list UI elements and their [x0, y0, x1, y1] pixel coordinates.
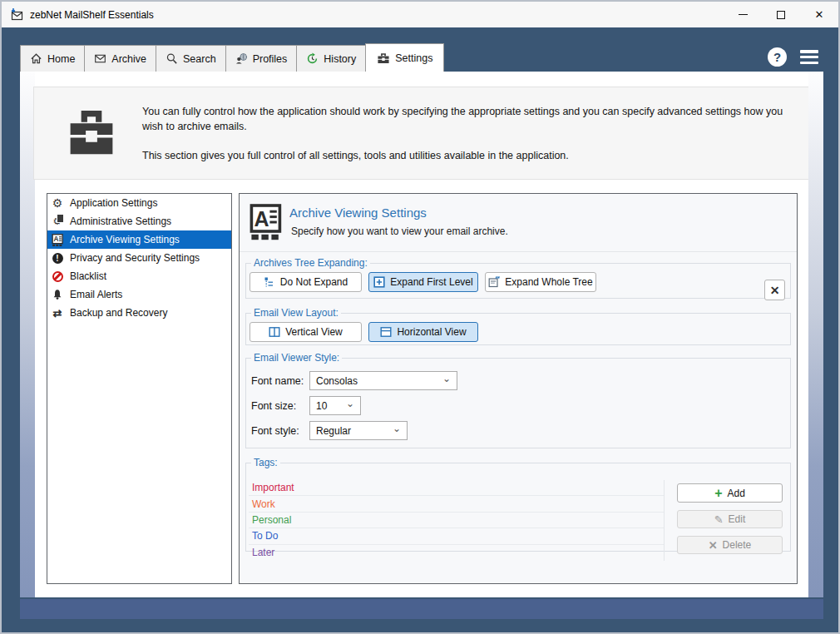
intro-panel: You can fully control how the applicatio…: [33, 87, 809, 180]
document-a-large-icon: A: [250, 204, 283, 240]
svg-text:A: A: [254, 207, 269, 230]
plus-box-icon: [373, 276, 385, 288]
email-viewer-style-group: Email Viewer Style: Font name: Consolas …: [245, 352, 791, 448]
intro-paragraph-2: This section gives you full control of a…: [142, 148, 799, 163]
close-button[interactable]: ✕: [800, 2, 838, 27]
horizontal-split-icon: [380, 326, 392, 338]
tag-row-personal[interactable]: Personal: [249, 513, 664, 528]
intro-text: You can fully control how the applicatio…: [142, 104, 799, 163]
bell-icon: [50, 288, 65, 301]
chevron-down-icon: ⌄: [393, 423, 401, 434]
font-size-select[interactable]: 10 ⌄: [309, 396, 361, 415]
tab-profiles[interactable]: Profiles: [225, 45, 298, 72]
maximize-button[interactable]: [762, 2, 800, 27]
group-legend: Email View Layout:: [251, 307, 341, 319]
envelope-icon: [94, 52, 106, 65]
panel-subtitle: Specify how you want to view your email …: [291, 225, 508, 237]
tag-row-later[interactable]: Later: [249, 545, 664, 561]
history-icon: [306, 52, 319, 65]
chevron-down-icon: ⌄: [346, 398, 354, 409]
tags-group: Tags: Important Work Personal To Do Late…: [245, 457, 791, 552]
group-legend: Email Viewer Style:: [251, 352, 342, 364]
menu-icon: [800, 50, 818, 53]
exclamation-circle-icon: !: [50, 251, 65, 265]
sidebar-item-privacy-security[interactable]: ! Privacy and Security Settings: [47, 249, 231, 267]
sidebar-item-email-alerts[interactable]: Email Alerts: [47, 285, 231, 304]
gear-icon: ⚙: [50, 196, 65, 210]
document-a-icon: A: [50, 233, 65, 246]
tab-search[interactable]: Search: [156, 45, 226, 72]
chevron-down-icon: ⌄: [442, 373, 451, 384]
search-icon: [166, 52, 178, 65]
font-name-select[interactable]: Consolas ⌄: [309, 371, 457, 390]
font-style-label: Font style:: [251, 425, 309, 437]
archive-viewing-settings-panel: A Archive Viewing Settings Specify how y…: [239, 193, 798, 584]
help-icon: ?: [773, 50, 781, 64]
mail-download-icon: [10, 8, 23, 22]
minimize-button[interactable]: [724, 2, 762, 27]
sidebar-item-administrative-settings[interactable]: ⚙ Administrative Settings: [47, 212, 231, 230]
tab-history[interactable]: History: [296, 45, 366, 72]
minimize-icon: [739, 14, 748, 15]
delete-tag-button[interactable]: ✕ Delete: [677, 536, 783, 554]
font-size-label: Font size:: [251, 400, 309, 412]
profiles-icon: [235, 52, 248, 65]
font-name-label: Font name:: [251, 375, 309, 387]
app-window: zebNet MailShelf Essentials ✕ ? Home Arc…: [0, 0, 840, 634]
menu-button[interactable]: [800, 50, 818, 64]
expanded-tree-icon: [488, 276, 500, 288]
do-not-expand-button[interactable]: Do Not Expand: [250, 272, 362, 292]
sidebar-item-application-settings[interactable]: ⚙ Application Settings: [47, 194, 231, 212]
tag-row-important[interactable]: Important: [249, 480, 664, 496]
close-icon: ✕: [815, 9, 824, 20]
group-legend: Archives Tree Expanding:: [251, 257, 370, 269]
sidebar-item-archive-viewing-settings[interactable]: A Archive Viewing Settings: [47, 230, 231, 249]
window-title: zebNet MailShelf Essentials: [30, 9, 154, 21]
sidebar-item-blacklist[interactable]: Blacklist: [47, 267, 231, 285]
tag-actions: + Add ✎ Edit ✕ Delete: [677, 483, 783, 562]
svg-text:A: A: [53, 235, 58, 243]
tab-bar: Home Archive Search Profiles: [20, 43, 444, 72]
settings-page: You can fully control how the applicatio…: [20, 72, 823, 597]
expand-first-level-button[interactable]: Expand First Level: [368, 272, 478, 292]
footer-band: [20, 599, 823, 619]
panel-header: A Archive Viewing Settings Specify how y…: [240, 194, 797, 252]
email-view-layout-group: Email View Layout: Vertical View: [245, 307, 791, 345]
tag-list: Important Work Personal To Do Later: [249, 480, 665, 561]
edit-tag-button[interactable]: ✎ Edit: [677, 510, 783, 528]
tag-row-todo[interactable]: To Do: [249, 528, 664, 544]
maximize-icon: [777, 11, 785, 19]
toolbox-icon: [377, 52, 390, 64]
gear-document-icon: ⚙: [50, 215, 65, 228]
settings-category-list: ⚙ Application Settings ⚙ Administrative …: [47, 193, 232, 584]
panel-title: Archive Viewing Settings: [289, 206, 427, 220]
expand-whole-tree-button[interactable]: Expand Whole Tree: [485, 272, 596, 292]
archives-tree-expanding-group: Archives Tree Expanding: Do Not Expand: [245, 257, 791, 299]
tab-settings[interactable]: Settings: [365, 43, 444, 72]
x-icon: ✕: [770, 284, 780, 297]
group-legend: Tags:: [251, 457, 280, 468]
horizontal-view-button[interactable]: Horizontal View: [368, 322, 478, 342]
add-tag-button[interactable]: + Add: [677, 483, 783, 503]
home-icon: [30, 52, 42, 65]
toolbox-large-icon: [67, 106, 116, 157]
vertical-split-icon: [269, 326, 280, 338]
help-button[interactable]: ?: [768, 47, 787, 67]
plus-icon: +: [714, 487, 722, 500]
collapsed-tree-icon: [264, 276, 275, 288]
sidebar-item-backup-recovery[interactable]: ⇄ Backup and Recovery: [47, 304, 231, 322]
tab-home[interactable]: Home: [20, 45, 85, 72]
intro-paragraph-1: You can fully control how the applicatio…: [142, 104, 799, 134]
pencil-icon: ✎: [714, 514, 724, 525]
tab-archive[interactable]: Archive: [84, 45, 156, 72]
tag-row-work[interactable]: Work: [249, 496, 664, 512]
no-entry-icon: [50, 270, 65, 283]
font-style-select[interactable]: Regular ⌄: [309, 421, 408, 440]
sync-arrows-icon: ⇄: [50, 306, 65, 319]
titlebar: zebNet MailShelf Essentials ✕: [2, 2, 838, 27]
vertical-view-button[interactable]: Vertical View: [250, 322, 362, 342]
clear-selection-button[interactable]: ✕: [764, 280, 785, 300]
delete-x-icon: ✕: [709, 540, 718, 551]
